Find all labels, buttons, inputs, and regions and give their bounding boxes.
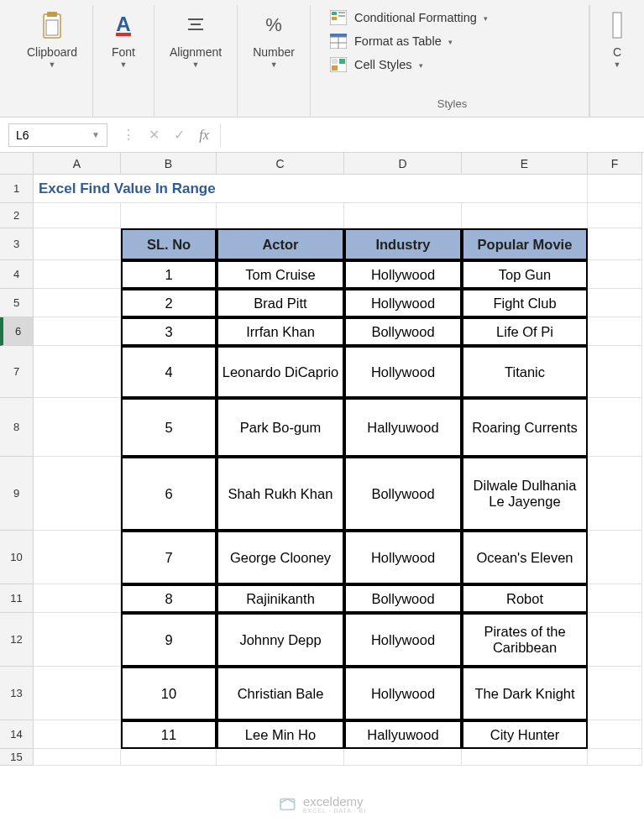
table-header[interactable]: Industry <box>344 228 462 260</box>
table-cell[interactable]: Bollywood <box>344 457 462 531</box>
table-cell[interactable]: Lee Min Ho <box>217 720 344 749</box>
col-header[interactable]: F <box>588 153 642 175</box>
table-cell[interactable]: Hollywood <box>344 346 462 398</box>
cell[interactable] <box>588 260 642 289</box>
table-cell[interactable]: George Clooney <box>217 531 344 584</box>
cell[interactable] <box>34 531 121 584</box>
row-header[interactable]: 3 <box>0 228 34 260</box>
cell[interactable] <box>34 667 121 720</box>
table-cell[interactable]: 10 <box>121 667 217 720</box>
cell[interactable] <box>34 457 121 531</box>
title-cell[interactable]: Excel Find Value In Range <box>34 175 588 203</box>
row-header[interactable]: 2 <box>0 203 34 228</box>
table-cell[interactable]: Hollywood <box>344 613 462 667</box>
row-header[interactable]: 12 <box>0 613 34 667</box>
cell[interactable] <box>34 398 121 457</box>
table-cell[interactable]: 3 <box>121 317 217 346</box>
table-cell[interactable]: Hallyuwood <box>344 398 462 457</box>
side-button[interactable]: C ▼ <box>595 7 639 72</box>
table-cell[interactable]: 2 <box>121 289 217 317</box>
col-header[interactable]: E <box>462 153 588 175</box>
cell[interactable] <box>34 749 121 766</box>
col-header[interactable]: C <box>217 153 344 175</box>
cell[interactable] <box>588 457 642 531</box>
cell[interactable] <box>588 398 642 457</box>
cell[interactable] <box>34 317 121 346</box>
cell[interactable] <box>588 749 642 766</box>
cell[interactable] <box>588 203 642 228</box>
cell[interactable] <box>588 346 642 398</box>
name-box[interactable]: L6 ▼ <box>8 123 107 147</box>
fx-button[interactable]: fx <box>191 123 217 147</box>
cell[interactable] <box>588 667 642 720</box>
row-header[interactable]: 1 <box>0 175 34 203</box>
table-cell[interactable]: Top Gun <box>462 260 588 289</box>
row-header[interactable]: 5 <box>0 289 34 317</box>
alignment-button[interactable]: Alignment ▼ <box>163 7 228 72</box>
select-all-corner[interactable] <box>0 153 34 175</box>
table-cell[interactable]: Ocean's Eleven <box>462 531 588 584</box>
table-cell[interactable]: Hollywood <box>344 260 462 289</box>
confirm-button[interactable]: ✓ <box>166 123 191 147</box>
cell[interactable] <box>462 203 588 228</box>
table-cell[interactable]: Hollywood <box>344 531 462 584</box>
cell[interactable] <box>34 260 121 289</box>
cell[interactable] <box>588 720 642 749</box>
cell[interactable] <box>588 289 642 317</box>
cell[interactable] <box>34 584 121 613</box>
cell[interactable] <box>34 613 121 667</box>
table-cell[interactable]: Shah Rukh Khan <box>217 457 344 531</box>
cell[interactable] <box>588 228 642 260</box>
table-cell[interactable]: Bollywood <box>344 317 462 346</box>
cell[interactable] <box>217 749 344 766</box>
table-cell[interactable]: Leonardo DiCaprio <box>217 346 344 398</box>
table-cell[interactable]: 9 <box>121 613 217 667</box>
cell[interactable] <box>588 584 642 613</box>
table-cell[interactable]: Hallyuwood <box>344 720 462 749</box>
table-cell[interactable]: Johnny Depp <box>217 613 344 667</box>
table-cell[interactable]: Dilwale Dulhania Le Jayenge <box>462 457 588 531</box>
font-button[interactable]: A Font ▼ <box>102 7 145 72</box>
table-cell[interactable]: 7 <box>121 531 217 584</box>
cell[interactable] <box>344 203 462 228</box>
conditional-formatting-button[interactable]: Conditional Formatting ▾ <box>324 7 580 29</box>
cell[interactable] <box>588 531 642 584</box>
row-header[interactable]: 10 <box>0 531 34 584</box>
table-cell[interactable]: 8 <box>121 584 217 613</box>
row-header[interactable]: 11 <box>0 584 34 613</box>
table-cell[interactable]: 11 <box>121 720 217 749</box>
table-cell[interactable]: 5 <box>121 398 217 457</box>
cell[interactable] <box>34 346 121 398</box>
cell-styles-button[interactable]: Cell Styles ▾ <box>324 54 580 76</box>
table-cell[interactable]: Pirates of the Caribbean <box>462 613 588 667</box>
format-as-table-button[interactable]: Format as Table ▾ <box>324 30 580 52</box>
cell[interactable] <box>34 289 121 317</box>
table-cell[interactable]: Titanic <box>462 346 588 398</box>
cell[interactable] <box>588 317 642 346</box>
table-cell[interactable]: 1 <box>121 260 217 289</box>
row-header[interactable]: 6 <box>0 317 34 346</box>
table-cell[interactable]: Hollywood <box>344 667 462 720</box>
row-header[interactable]: 4 <box>0 260 34 289</box>
table-header[interactable]: SL. No <box>121 228 217 260</box>
table-header[interactable]: Popular Movie <box>462 228 588 260</box>
cell[interactable] <box>34 203 121 228</box>
row-header[interactable]: 15 <box>0 749 34 766</box>
cell[interactable] <box>344 749 462 766</box>
table-cell[interactable]: 6 <box>121 457 217 531</box>
table-cell[interactable]: Rajinikanth <box>217 584 344 613</box>
row-header[interactable]: 9 <box>0 457 34 531</box>
table-cell[interactable]: Christian Bale <box>217 667 344 720</box>
table-cell[interactable]: 4 <box>121 346 217 398</box>
table-cell[interactable]: City Hunter <box>462 720 588 749</box>
cell[interactable] <box>34 228 121 260</box>
table-cell[interactable]: Park Bo-gum <box>217 398 344 457</box>
row-header[interactable]: 8 <box>0 398 34 457</box>
table-cell[interactable]: The Dark Knight <box>462 667 588 720</box>
cell[interactable] <box>588 175 642 203</box>
formula-input[interactable] <box>221 123 644 147</box>
cell[interactable] <box>34 720 121 749</box>
cell[interactable] <box>217 203 344 228</box>
cell[interactable] <box>121 203 217 228</box>
table-cell[interactable]: Brad Pitt <box>217 289 344 317</box>
